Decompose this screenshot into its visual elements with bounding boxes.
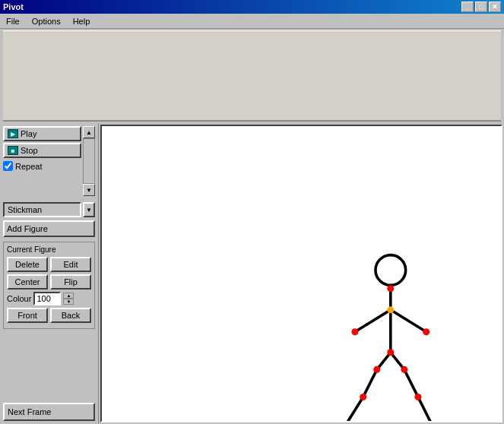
stop-button[interactable]: ■ Stop [3, 143, 81, 158]
window-controls: _ □ ✕ [461, 2, 501, 12]
front-button[interactable]: Front [7, 308, 48, 323]
current-figure-group: Current Figure Delete Edit Center Flip C… [3, 242, 95, 329]
menu-bar: File Options Help [0, 14, 504, 29]
svg-point-12 [351, 328, 358, 335]
svg-point-14 [387, 349, 394, 356]
repeat-label: Repeat [15, 162, 42, 171]
figure-select-display: Stickman [3, 202, 81, 217]
menu-help[interactable]: Help [70, 15, 94, 27]
back-button[interactable]: Back [50, 308, 91, 323]
front-back-row: Front Back [7, 308, 91, 323]
svg-line-6 [404, 369, 418, 397]
content-area: ▶ Play ■ Stop Repeat ▲ ▼ [0, 123, 504, 424]
svg-line-1 [355, 310, 391, 332]
svg-point-18 [414, 394, 421, 400]
stop-icon: ■ [8, 146, 18, 155]
svg-line-5 [363, 369, 377, 397]
canvas-area[interactable] [100, 125, 502, 422]
svg-line-7 [346, 397, 363, 421]
edit-button[interactable]: Edit [50, 257, 91, 272]
delete-edit-row: Delete Edit [7, 257, 91, 272]
timeline-area [3, 30, 501, 122]
svg-point-15 [373, 366, 380, 373]
left-panel: ▶ Play ■ Stop Repeat ▲ ▼ [0, 123, 99, 424]
colour-decrement[interactable]: ▼ [63, 299, 74, 305]
menu-file[interactable]: File [3, 15, 23, 27]
colour-spinner: ▲ ▼ [63, 293, 74, 305]
next-frame-button[interactable]: Next Frame [3, 403, 95, 421]
title-bar: Pivot _ □ ✕ [0, 0, 504, 14]
bottom-section: Next Frame [3, 397, 95, 421]
repeat-checkbox[interactable] [3, 161, 13, 171]
center-button[interactable]: Center [7, 274, 48, 290]
scroll-up-button[interactable]: ▲ [83, 126, 95, 138]
close-button[interactable]: ✕ [489, 2, 501, 12]
maximize-button[interactable]: □ [475, 2, 487, 12]
colour-increment[interactable]: ▲ [63, 293, 74, 299]
main-area: ▶ Play ■ Stop Repeat ▲ ▼ [0, 29, 504, 424]
colour-row: Colour ▲ ▼ [7, 292, 91, 305]
scroll-track [83, 138, 95, 184]
svg-line-8 [418, 397, 432, 421]
menu-options[interactable]: Options [29, 15, 64, 27]
play-button[interactable]: ▶ Play [3, 126, 81, 141]
playback-buttons: ▶ Play ■ Stop Repeat [3, 126, 81, 196]
svg-point-10 [387, 285, 394, 292]
svg-point-11 [387, 306, 394, 313]
figure-select-row: Stickman ▼ [3, 202, 95, 217]
window-title: Pivot [3, 2, 24, 11]
colour-input[interactable] [33, 292, 61, 305]
repeat-row: Repeat [3, 160, 81, 172]
scroll-buttons: ▲ ▼ [83, 126, 95, 196]
stickman-svg [102, 126, 501, 421]
center-flip-row: Center Flip [7, 274, 91, 290]
playback-section: ▶ Play ■ Stop Repeat ▲ ▼ [3, 126, 95, 196]
svg-point-17 [360, 394, 366, 400]
svg-point-13 [423, 328, 430, 335]
colour-label: Colour [7, 294, 31, 303]
scroll-down-button[interactable]: ▼ [83, 184, 95, 196]
svg-line-2 [391, 310, 426, 332]
delete-button[interactable]: Delete [7, 257, 48, 272]
minimize-button[interactable]: _ [461, 2, 474, 12]
flip-button[interactable]: Flip [50, 274, 91, 290]
play-icon: ▶ [8, 129, 18, 138]
add-figure-button[interactable]: Add Figure [3, 220, 95, 237]
figure-dropdown-arrow[interactable]: ▼ [83, 202, 95, 217]
current-figure-label: Current Figure [7, 245, 91, 254]
svg-point-16 [401, 366, 407, 373]
svg-point-9 [376, 255, 406, 286]
